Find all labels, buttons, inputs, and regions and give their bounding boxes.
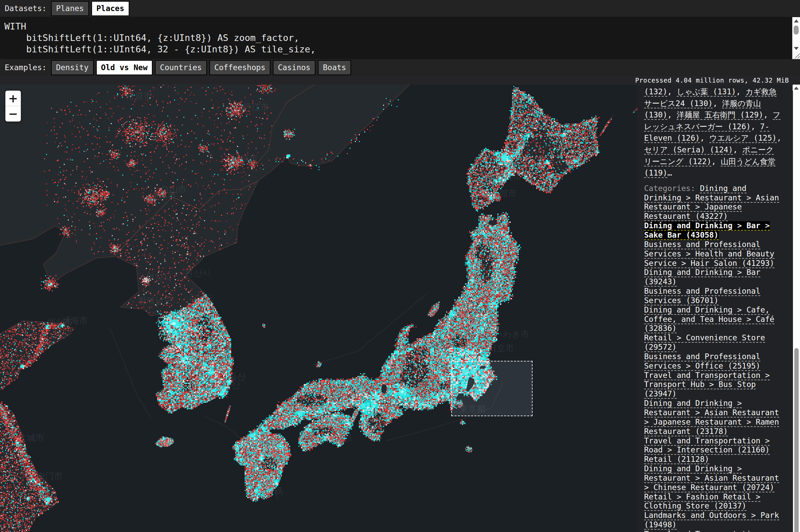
stats-panel-scrollbar-thumb[interactable] [794,348,799,532]
brand-link[interactable]: (132) [644,87,667,97]
categories-list: Categories: Dining and Drinking > Restau… [644,184,782,532]
triangle-down-icon [794,47,799,50]
zoom-out-button[interactable]: − [5,106,21,121]
category-link[interactable]: Dining and Drinking > Bar (39243) [644,268,760,287]
button-casinos[interactable]: Casinos [273,60,315,75]
button-coffeeshops[interactable]: Coffeeshops [209,60,271,75]
brand-link[interactable]: 洋麺屋 五右衛門 (129) [677,110,763,120]
example-buttons: DensityOld vs NewCountriesCoffeeshopsCas… [51,60,354,75]
button-density[interactable]: Density [51,60,94,75]
scroll-up-icon[interactable] [793,85,800,91]
category-link[interactable]: Dining and Drinking > Restaurant > Asian… [644,399,779,436]
processed-rows-status: Processed 4.04 million rows, 42.32 MiB [635,77,789,84]
button-boats[interactable]: Boats [318,60,351,75]
datasets-bar: Datasets: PlanesPlaces [0,0,800,17]
stats-panel: (132), しゃぶ葉 (131), カギ救急サービス24 (130), 洋服の… [637,84,793,532]
top-brands-list: (132), しゃぶ葉 (131), カギ救急サービス24 (130), 洋服の… [644,86,782,179]
brand-link[interactable]: ウエルシア (125) [709,134,777,143]
examples-bar: Examples: DensityOld vs NewCountriesCoff… [0,59,800,76]
category-link[interactable]: Business and Professional Services > Off… [644,352,760,371]
triangle-up-icon [794,87,799,90]
button-planes[interactable]: Planes [51,1,89,16]
dataset-buttons: PlanesPlaces [51,1,132,16]
zoom-in-button[interactable]: + [5,91,21,106]
map-selection-rectangle[interactable] [451,361,532,416]
category-link[interactable]: Retail > Fashion Retail > Clothing Store… [644,492,760,511]
category-link[interactable]: Retail (21128) [644,455,709,464]
category-link[interactable]: Dining and Drinking > Restaurant > Asian… [644,464,779,492]
zoom-control: + − [5,91,21,121]
editor-scrollbar-thumb[interactable] [794,25,799,35]
scroll-up-icon[interactable] [792,18,800,23]
category-link[interactable]: Travel and Transportation > Transport Hu… [644,371,770,399]
categories-label: Categories: [644,184,700,193]
button-countries[interactable]: Countries [155,60,207,75]
button-places[interactable]: Places [91,1,129,16]
category-link-highlighted[interactable]: Dining and Drinking > Bar > Sake Bar (43… [644,221,770,240]
status-bar: Processed 4.04 million rows, 42.32 MiB [0,76,800,84]
stats-panel-scrollbar[interactable] [793,84,800,532]
examples-label: Examples: [5,63,47,72]
category-link[interactable]: Landmarks and Outdoors > Park (19498) [644,511,779,530]
category-link[interactable]: Business and Professional Services > Hea… [644,240,775,268]
category-link[interactable]: Business and Professional Services (3670… [644,287,760,305]
category-link[interactable]: Retail > Convenience Store (29572) [644,333,765,352]
sql-editor-text[interactable]: WITH bitShiftLeft(1::UInt64, {z:UInt8}) … [0,17,800,55]
map-area[interactable]: + − (132), しゃぶ葉 (131), カギ救急サービス24 (130),… [0,84,800,532]
brand-link[interactable]: セリア (Seria) (124) [644,145,733,155]
textarea-resize-grip-icon[interactable] [792,51,800,59]
category-link[interactable]: Travel and Transportation > Road > Inter… [644,436,770,455]
category-link[interactable]: Dining and Drinking > Cafe, Coffee, and … [644,305,775,334]
scroll-down-icon[interactable] [792,45,800,51]
triangle-up-icon [794,19,799,22]
brand-link[interactable]: しゃぶ葉 (131) [677,87,736,97]
category-link[interactable]: Travel and Transportation > Fuel Station… [644,530,770,532]
datasets-label: Datasets: [5,4,47,13]
app-root: Datasets: PlanesPlaces WITH bitShiftLeft… [0,0,800,532]
button-old-vs-new[interactable]: Old vs New [96,60,152,75]
sql-editor[interactable]: WITH bitShiftLeft(1::UInt64, {z:UInt8}) … [0,17,800,59]
